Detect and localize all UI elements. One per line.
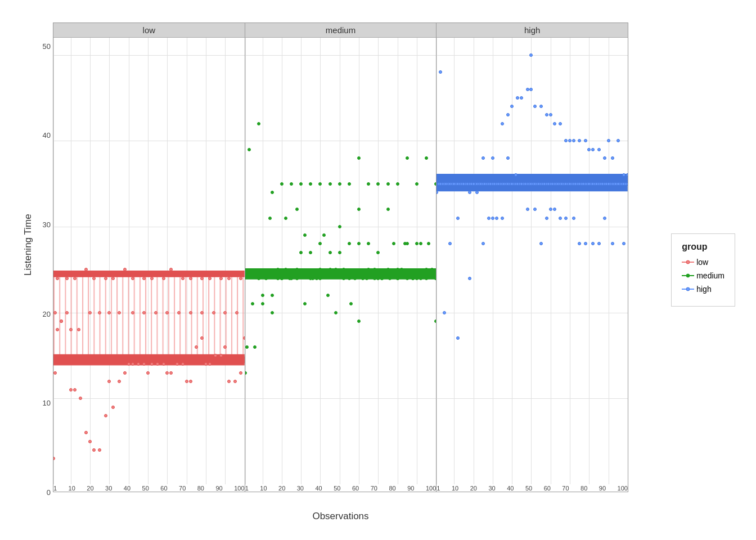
legend-item-medium: medium [682, 271, 724, 280]
dot-medium [322, 233, 326, 237]
dot-low [177, 311, 181, 314]
dot-high [626, 182, 628, 186]
dot-medium [303, 302, 307, 305]
dot-high [506, 156, 510, 160]
dot-high [572, 217, 575, 220]
dot-high [510, 182, 514, 186]
x-tick-80: 80 [580, 485, 587, 492]
y-axis-ticks: 01020304050 [34, 28, 52, 492]
legend-title: group [682, 242, 724, 252]
dot-low [223, 345, 227, 349]
dot-medium [388, 277, 392, 280]
x-tick-40: 40 [124, 485, 130, 492]
dot-high [452, 182, 456, 186]
dot-low [200, 311, 204, 314]
dot-high [520, 182, 523, 186]
dot-high [611, 156, 614, 160]
dot-low [131, 362, 134, 366]
dot-medium [284, 217, 287, 220]
dot-medium [318, 277, 322, 280]
x-tick-1: 1 [53, 485, 57, 492]
dot-medium [334, 268, 338, 271]
dot-medium [430, 268, 434, 271]
dot-high [564, 217, 568, 220]
dot-low [208, 362, 212, 366]
dot-medium [427, 242, 430, 245]
dot-medium [353, 277, 357, 280]
dot-medium [326, 294, 330, 297]
dot-medium [271, 191, 274, 194]
dot-medium [373, 268, 376, 271]
x-tick-70: 70 [371, 485, 377, 492]
dot-high [529, 53, 533, 57]
x-tick-20: 20 [87, 485, 93, 492]
dot-high [516, 96, 519, 100]
dot-high [597, 148, 601, 151]
dot-low [77, 328, 80, 331]
dot-high [597, 242, 601, 245]
dot-low [189, 277, 192, 280]
dot-low [53, 371, 57, 375]
dot-high [443, 311, 446, 314]
dot-high [626, 173, 628, 177]
dot-medium [425, 268, 428, 271]
x-labels-low: 1102030405060708090100 [53, 484, 245, 492]
dot-medium [386, 208, 390, 211]
x-tick-50: 50 [525, 485, 532, 492]
dot-high [591, 242, 595, 245]
dot-low [243, 336, 245, 340]
dot-low [239, 277, 242, 280]
x-tick-100: 100 [426, 485, 436, 492]
dot-low [223, 311, 227, 314]
x-tick-60: 60 [352, 485, 359, 492]
x-tick-30: 30 [105, 485, 112, 492]
dot-medium [271, 311, 274, 314]
dot-low [165, 311, 169, 314]
dot-high [506, 113, 510, 116]
dot-medium [245, 345, 249, 349]
dot-low [69, 328, 73, 331]
dot-low [84, 268, 88, 271]
dot-medium [400, 268, 403, 271]
dot-high [607, 182, 610, 186]
x-labels-high: 1102030405060708090100 [436, 484, 628, 492]
dot-high [468, 277, 471, 280]
dot-medium [342, 268, 345, 271]
x-tick-90: 90 [599, 485, 606, 492]
dot-medium [318, 242, 322, 245]
dot-low [69, 388, 73, 392]
dot-low [107, 380, 111, 383]
dot-low [123, 371, 127, 375]
dot-medium [348, 277, 351, 280]
dot-high [545, 113, 548, 116]
panel-header-medium: medium [245, 23, 436, 38]
dot-high [622, 173, 626, 177]
dot-medium [299, 251, 303, 254]
dot-medium [257, 122, 260, 125]
dot-medium [392, 242, 395, 245]
legend-item-high: high [682, 285, 724, 294]
dot-medium [309, 251, 312, 254]
dot-low [73, 388, 76, 392]
dot-medium [311, 277, 314, 280]
panel-body-high [436, 38, 628, 484]
panel-body-medium [245, 38, 436, 484]
dot-high [439, 70, 442, 74]
x-tick-50: 50 [142, 485, 149, 492]
dot-medium [261, 294, 264, 297]
dot-medium [303, 233, 307, 237]
dot-high [568, 139, 572, 142]
y-tick-30: 30 [43, 221, 51, 228]
y-axis-label: Listening Time [22, 264, 34, 276]
dot-medium [357, 320, 361, 323]
dot-low [165, 371, 169, 375]
dot-high [533, 105, 537, 108]
dot-medium [334, 311, 338, 314]
dot-low [181, 362, 184, 366]
dot-high [501, 217, 504, 220]
dot-high [549, 113, 552, 116]
dot-low [118, 311, 121, 314]
dot-high [559, 217, 562, 220]
dot-low [219, 277, 223, 280]
dot-low [104, 277, 107, 280]
